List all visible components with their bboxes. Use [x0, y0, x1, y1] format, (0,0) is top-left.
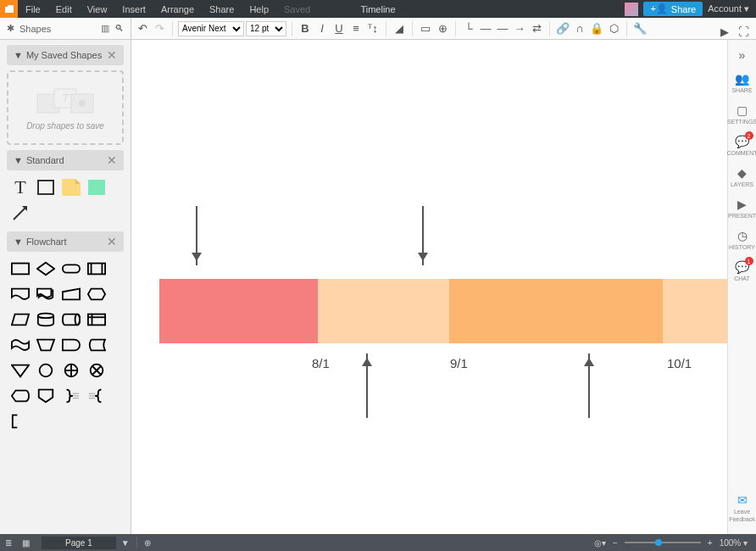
timeline-date-label[interactable]: 9/1 — [450, 356, 468, 370]
section-saved-shapes[interactable]: ▼ My Saved Shapes ✕ — [7, 45, 124, 65]
undo-icon[interactable]: ↶ — [135, 21, 150, 36]
line-swap-icon[interactable]: ⇄ — [529, 21, 544, 36]
shape-connector[interactable] — [36, 360, 56, 381]
shape-direct-data[interactable] — [61, 309, 81, 330]
shape-note-bracket[interactable] — [10, 411, 31, 431]
right-panel-item-present[interactable]: ▶PRESENT — [728, 192, 757, 224]
shape-or[interactable] — [61, 360, 81, 381]
list-view-icon[interactable]: ≣ — [0, 538, 17, 548]
cube-icon[interactable]: ⬡ — [606, 21, 621, 36]
right-panel-item-comment[interactable]: 💬COMMENT2 — [728, 130, 757, 161]
app-logo[interactable] — [0, 0, 18, 18]
magnet-icon[interactable]: ∩ — [572, 21, 587, 36]
shape-stored-data[interactable] — [86, 335, 107, 355]
grid-view-icon[interactable]: ▦ — [17, 538, 35, 548]
timeline-segment[interactable] — [663, 279, 727, 343]
shape-arrow[interactable] — [10, 203, 31, 223]
avatar[interactable] — [625, 3, 638, 16]
shape-delay[interactable] — [61, 335, 81, 355]
account-menu[interactable]: Account ▾ — [708, 3, 749, 14]
right-panel-item-collapse[interactable]: » — [728, 43, 757, 67]
gear-icon[interactable]: ✱ — [7, 23, 14, 34]
bold-icon[interactable]: B — [297, 21, 313, 36]
shape-merge[interactable] — [10, 360, 31, 381]
fullscreen-icon[interactable]: ⛶ — [736, 24, 751, 39]
close-icon[interactable]: ✕ — [107, 235, 117, 248]
timeline-segment[interactable] — [449, 279, 662, 343]
shape-manual-input[interactable] — [61, 284, 81, 304]
present-icon[interactable]: ▶ — [717, 24, 732, 39]
italic-icon[interactable]: I — [314, 21, 330, 36]
shape-rectangle[interactable] — [36, 177, 56, 198]
right-panel-item-history[interactable]: ◷HISTORY — [728, 224, 757, 255]
canvas[interactable]: 8/19/110/1 — [131, 40, 727, 534]
wrench-icon[interactable]: 🔧 — [632, 21, 648, 36]
add-page-icon[interactable]: ⊕ — [139, 538, 156, 548]
zoom-slider[interactable] — [625, 542, 701, 543]
shape-document[interactable] — [10, 284, 31, 304]
menu-arrange[interactable]: Arrange — [153, 4, 202, 14]
underline-icon[interactable]: U — [331, 21, 347, 36]
right-panel-item-share[interactable]: 👥SHARE — [728, 67, 757, 98]
shape-text[interactable]: T — [10, 177, 31, 198]
zoom-level[interactable]: 100% ▾ — [720, 538, 748, 548]
align-icon[interactable]: ≡ — [348, 21, 364, 36]
shape-brace-close[interactable] — [61, 386, 81, 406]
image-icon[interactable]: ▥ — [101, 23, 109, 34]
shape-brace-open[interactable] — [86, 386, 107, 406]
section-flowchart[interactable]: ▼ Flowchart ✕ — [7, 231, 124, 252]
timeline-segment[interactable] — [318, 279, 449, 343]
font-family-select[interactable]: Avenir Next — [178, 21, 244, 36]
arrow-down[interactable] — [196, 206, 197, 265]
shape-display[interactable] — [10, 386, 31, 406]
timeline-segment[interactable] — [159, 279, 318, 343]
shape-manual-op[interactable] — [36, 335, 56, 355]
shape-block[interactable] — [86, 177, 107, 198]
page-dropdown-icon[interactable]: ▼ — [116, 538, 135, 548]
shape-style-icon[interactable]: ▭ — [418, 21, 433, 36]
shape-predefined[interactable] — [86, 259, 107, 279]
menu-help[interactable]: Help — [242, 4, 276, 14]
section-standard[interactable]: ▼ Standard ✕ — [7, 150, 124, 170]
line-elbow-icon[interactable]: └ — [461, 21, 476, 36]
right-panel-item-layers[interactable]: ◆LAYERS — [728, 161, 757, 192]
page-selector[interactable]: Page 1 — [42, 537, 116, 549]
link-icon[interactable]: 🔗 — [555, 21, 570, 36]
close-icon[interactable]: ✕ — [107, 153, 117, 167]
shape-preparation[interactable] — [86, 284, 107, 304]
right-panel-item-chat[interactable]: 💬CHAT1 — [728, 255, 757, 287]
shape-process[interactable] — [10, 259, 31, 279]
feedback-button[interactable]: ✉ Leave Feedback — [728, 488, 757, 527]
arrow-up[interactable] — [588, 353, 590, 418]
fill-icon[interactable]: ◢ — [392, 21, 407, 36]
menu-view[interactable]: View — [80, 4, 115, 14]
saved-shapes-dropzone[interactable]: T Drop shapes to save — [7, 70, 124, 145]
timeline-date-label[interactable]: 8/1 — [312, 356, 330, 370]
line-start-icon[interactable]: — — [495, 21, 510, 36]
zoom-in-icon[interactable]: + — [708, 538, 713, 548]
shape-multidoc[interactable] — [36, 284, 56, 304]
arrow-up[interactable] — [366, 353, 368, 418]
position-icon[interactable]: ⊕ — [435, 21, 450, 36]
text-overflow-icon[interactable]: ᵀ↕ — [365, 21, 381, 36]
timeline-date-label[interactable]: 10/1 — [667, 356, 692, 370]
shape-paper-tape[interactable] — [10, 335, 31, 355]
lock-icon[interactable]: 🔒 — [589, 21, 604, 36]
document-title[interactable]: Timeline — [360, 4, 395, 14]
line-end-icon[interactable]: → — [512, 21, 527, 36]
share-button[interactable]: +👤 Share — [643, 2, 703, 16]
menu-share[interactable]: Share — [202, 4, 242, 14]
shape-offpage[interactable] — [36, 386, 56, 406]
target-icon[interactable]: ◎▾ — [594, 538, 606, 548]
zoom-out-icon[interactable]: − — [613, 538, 618, 548]
font-size-select[interactable]: 12 pt — [246, 21, 286, 36]
shape-data[interactable] — [10, 309, 31, 330]
arrow-down[interactable] — [422, 206, 424, 265]
shape-decision[interactable] — [36, 259, 56, 279]
close-icon[interactable]: ✕ — [107, 48, 117, 62]
menu-insert[interactable]: Insert — [114, 4, 153, 14]
search-icon[interactable]: 🔍︎ — [114, 23, 124, 34]
shape-note[interactable] — [61, 177, 81, 198]
shape-database[interactable] — [36, 309, 56, 330]
menu-file[interactable]: File — [18, 4, 48, 14]
